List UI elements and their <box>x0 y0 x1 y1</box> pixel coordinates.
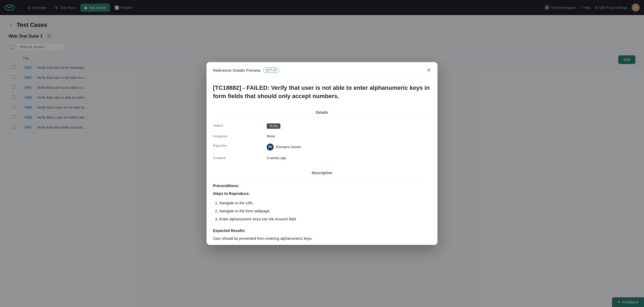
modal-overlay[interactable]: Reference Details Preview QST-29 ✕ [TC18… <box>0 0 644 139</box>
details-grid: Status: To Do Assignee: None Reporter: R… <box>213 122 431 139</box>
modal-header: Reference Details Preview QST-29 ✕ <box>207 62 437 77</box>
modal: Reference Details Preview QST-29 ✕ [TC18… <box>207 62 437 139</box>
status-badge: To Do <box>267 123 280 129</box>
modal-close-button[interactable]: ✕ <box>426 67 431 73</box>
status-label: Status: <box>213 122 267 130</box>
modal-tc-title: [TC18882] - FAILED: Verify that user is … <box>213 84 431 101</box>
modal-title-text: Reference Details Preview <box>213 68 261 73</box>
modal-body: [TC18882] - FAILED: Verify that user is … <box>207 77 437 139</box>
details-section-label: Details <box>213 107 431 118</box>
assignee-label: Assignee: <box>213 133 267 139</box>
modal-title-area: Reference Details Preview QST-29 <box>213 67 279 73</box>
qst-badge: QST-29 <box>263 67 279 73</box>
assignee-value: None <box>267 133 431 139</box>
status-value: To Do <box>267 122 431 130</box>
